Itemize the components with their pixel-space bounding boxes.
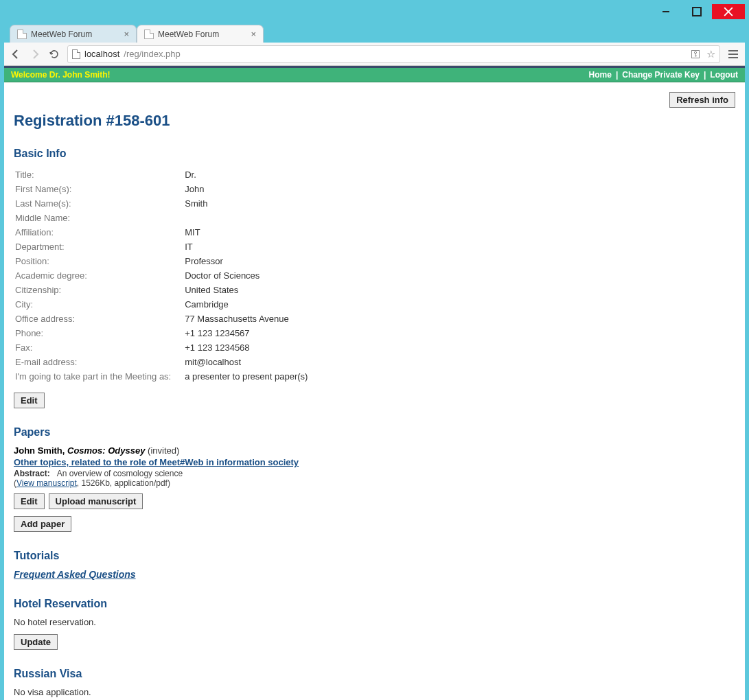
info-value: MIT [185,226,308,239]
info-label: Position: [15,255,183,268]
paper-invited: (invited) [145,445,179,456]
paper-abstract: Abstract:An overview of cosmology scienc… [14,469,735,478]
window-titlebar[interactable] [4,4,745,21]
close-tab-icon[interactable]: × [124,29,129,39]
change-private-key-link[interactable]: Change Private Key [622,70,700,80]
logout-link[interactable]: Logout [710,70,738,80]
edit-paper-button[interactable]: Edit [14,493,45,509]
info-row: Academic degree:Doctor of Sciences [15,269,308,282]
url-host: localhost [84,49,119,59]
paper-entry: John Smith, Cosmos: Odyssey (invited) [14,445,735,456]
url-path: /reg/index.php [124,49,180,59]
browser-tab-1[interactable]: MeetWeb Forum × [137,25,264,43]
paper-title: Cosmos: Odyssey [67,445,145,456]
bookmark-star-icon[interactable]: ☆ [706,48,715,60]
info-value: +1 123 1234567 [185,327,308,340]
info-label: Office address: [15,312,183,325]
manuscript-line: (View manuscript, 1526Kb, application/pd… [14,478,735,488]
info-label: Last Name(s): [15,197,183,210]
info-row: Affiliation:MIT [15,226,308,239]
section-visa: Russian Visa [14,668,735,680]
tab-strip: MeetWeb Forum × MeetWeb Forum × [4,21,745,43]
info-value: United States [185,283,308,296]
info-row: Middle Name: [15,211,308,224]
basic-info-table: Title:Dr.First Name(s):JohnLast Name(s):… [14,167,309,384]
hamburger-menu-button[interactable] [727,50,739,58]
info-label: Academic degree: [15,269,183,282]
info-value: +1 123 1234568 [185,341,308,354]
abstract-text: An overview of cosmology science [57,469,183,478]
page-icon [72,49,80,59]
browser-chrome: MeetWeb Forum × MeetWeb Forum × localhos… [4,21,745,700]
forward-button[interactable] [29,49,41,60]
separator: | [616,70,618,80]
info-row: E-mail address:mit@localhost [15,355,308,369]
info-row: Fax:+1 123 1234568 [15,341,308,354]
refresh-info-button[interactable]: Refresh info [669,92,735,108]
info-label: E-mail address: [15,355,183,369]
section-hotel: Hotel Reservation [14,598,735,610]
welcome-text: Welcome Dr. John Smith! [11,70,110,80]
separator: | [704,70,706,80]
os-window: MeetWeb Forum × MeetWeb Forum × localhos… [0,0,749,700]
section-papers: Papers [14,426,735,439]
info-value: John [185,183,308,196]
add-paper-button[interactable]: Add paper [14,516,71,532]
home-link[interactable]: Home [589,70,612,80]
visa-status: No visa application. [14,687,735,697]
upload-manuscript-button[interactable]: Upload manuscript [49,493,143,509]
info-row: First Name(s):John [15,183,308,196]
faq-link[interactable]: Frequent Asked Questions [14,569,735,580]
info-value: Dr. [185,168,308,181]
info-label: City: [15,298,183,311]
window-maximize-button[interactable] [681,4,712,19]
page-icon [17,30,27,39]
info-row: Office address:77 Massachusetts Avenue [15,312,308,325]
info-label: First Name(s): [15,183,183,196]
close-tab-icon[interactable]: × [251,29,256,39]
info-label: Citizenship: [15,283,183,296]
info-value: IT [185,240,308,253]
update-hotel-button[interactable]: Update [14,634,58,650]
info-row: City:Cambridge [15,298,308,311]
info-row: Department:IT [15,240,308,253]
info-label: Phone: [15,327,183,340]
address-bar[interactable]: localhost/reg/index.php ⚿ ☆ [67,45,720,63]
tab-title: MeetWeb Forum [31,30,92,39]
info-value [185,211,308,224]
window-close-button[interactable] [712,4,745,19]
edit-basic-info-button[interactable]: Edit [14,393,45,408]
info-label: Affiliation: [15,226,183,239]
abstract-label: Abstract: [14,469,50,478]
tab-title: MeetWeb Forum [158,30,219,39]
info-value: Smith [185,197,308,210]
content-area: Refresh info Registration #158-601 Basic… [4,82,745,700]
view-manuscript-link[interactable]: View manuscript [16,478,77,488]
manuscript-meta: , 1526Kb, application/pdf) [77,478,170,488]
window-minimize-button[interactable] [650,4,681,19]
page-icon [144,30,154,39]
info-row: Last Name(s):Smith [15,197,308,210]
info-row: I'm going to take part in the Meeting as… [15,370,308,383]
back-button[interactable] [10,49,22,60]
info-label: I'm going to take part in the Meeting as… [15,370,183,383]
info-label: Middle Name: [15,211,183,224]
section-tutorials: Tutorials [14,550,735,562]
info-value: Professor [185,255,308,268]
section-basic-info: Basic Info [14,148,735,160]
info-value: Doctor of Sciences [185,269,308,282]
info-label: Department: [15,240,183,253]
info-row: Title:Dr. [15,168,308,181]
key-icon[interactable]: ⚿ [691,48,701,60]
top-bar: Welcome Dr. John Smith! Home | Change Pr… [4,68,745,82]
info-value: Cambridge [185,298,308,311]
info-label: Title: [15,168,183,181]
reload-button[interactable] [48,49,60,60]
info-value: mit@localhost [185,355,308,369]
hotel-status: No hotel reservation. [14,617,735,627]
page-title: Registration #158-601 [14,112,735,130]
paper-author: John Smith, [14,445,67,456]
browser-tab-0[interactable]: MeetWeb Forum × [10,25,137,43]
page-scroll[interactable]: Welcome Dr. John Smith! Home | Change Pr… [4,68,745,700]
paper-topic-link[interactable]: Other topics, related to the role of Mee… [14,457,299,467]
